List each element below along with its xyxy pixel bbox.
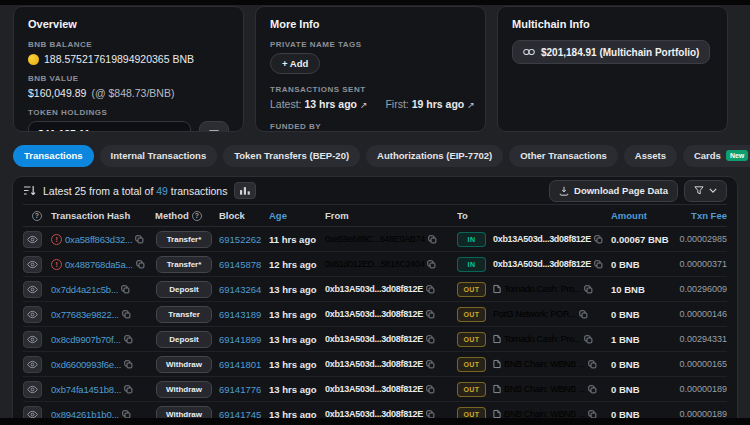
filter-dropdown-button[interactable] <box>684 180 727 202</box>
copy-icon[interactable] <box>594 260 603 269</box>
help-icon[interactable] <box>32 211 42 221</box>
block-link[interactable]: 69143264 <box>219 284 261 295</box>
from-address[interactable]: 0xb13A503d...3d08f812E <box>325 334 423 344</box>
amount-value: 0 BNB <box>611 309 673 320</box>
copy-icon[interactable] <box>124 360 133 369</box>
to-address[interactable]: BNB Chain: WBNB ... <box>504 359 585 369</box>
bottom-edge-strip <box>0 418 750 425</box>
overview-card: Overview BNB BALANCE 188.575217619894920… <box>13 6 244 132</box>
transaction-hash-link[interactable]: 0xd6600993f6e... <box>51 359 121 370</box>
multichain-portfolio-value: $201,184.91 (Multichain Portfolio) <box>541 47 699 58</box>
method-badge: Deposit <box>156 281 212 298</box>
block-link[interactable]: 69141899 <box>219 334 261 345</box>
from-address[interactable]: 0xb13A503d...3d08f812E <box>325 359 423 369</box>
column-header-fee[interactable]: Txn Fee <box>673 210 727 221</box>
from-address[interactable]: 0xb13A503d...3d08f812E <box>325 284 423 294</box>
transaction-hash-link[interactable]: 0xa58ff863d32... <box>65 234 132 245</box>
latest-value[interactable]: 13 hrs ago <box>304 98 357 110</box>
tab-authorizations-eip-7702[interactable]: Authorizations (EIP-7702) <box>366 145 503 167</box>
copy-icon[interactable] <box>584 335 593 344</box>
copy-icon[interactable] <box>426 360 435 369</box>
column-header-to: To <box>457 210 493 221</box>
copy-icon[interactable] <box>588 360 597 369</box>
copy-icon[interactable] <box>124 385 133 394</box>
transaction-hash-link[interactable]: 0x7dd4a21c5b... <box>51 284 118 295</box>
eye-button[interactable] <box>23 356 42 373</box>
copy-icon[interactable] <box>588 385 597 394</box>
copy-icon[interactable] <box>584 285 593 294</box>
external-link-icon[interactable]: ↗ <box>360 100 368 110</box>
copy-icon[interactable] <box>426 335 435 344</box>
bnb-value: $160,049.89 <box>28 87 86 99</box>
tab-cards[interactable]: CardsNew <box>683 145 750 167</box>
transaction-hash-link[interactable]: 0x77683e9822... <box>51 309 119 320</box>
to-address[interactable]: Port3 Network: POR... <box>493 309 576 319</box>
block-link[interactable]: 69143189 <box>219 309 261 320</box>
from-address[interactable]: 0xe59eb89C...648E0AB74 <box>325 234 425 244</box>
tab-transactions[interactable]: Transactions <box>13 145 94 167</box>
copy-icon[interactable] <box>124 335 133 344</box>
column-header-age[interactable]: Age <box>269 210 325 221</box>
copy-icon[interactable] <box>428 235 437 244</box>
from-address[interactable]: 0xb13A503d...3d08f812E <box>325 384 423 394</box>
bnb-balance-label: BNB BALANCE <box>28 40 229 49</box>
txn-fee-value: 0.00296009 <box>673 284 727 294</box>
transaction-count-link[interactable]: 49 <box>156 185 168 197</box>
download-page-data-button[interactable]: Download Page Data <box>549 180 678 202</box>
column-header-hash: Transaction Hash <box>51 210 155 221</box>
eye-button[interactable] <box>23 306 42 323</box>
eye-button[interactable] <box>23 256 42 273</box>
block-link[interactable]: 69145878 <box>219 259 261 270</box>
help-icon[interactable] <box>192 211 202 221</box>
column-header-method: Method <box>155 210 219 221</box>
txn-fee-value: 0.00000146 <box>673 309 727 319</box>
eye-button[interactable] <box>23 381 42 398</box>
block-link[interactable]: 69141801 <box>219 359 261 370</box>
transaction-hash-link[interactable]: 0xb74fa1451b8... <box>51 384 121 395</box>
wallet-button[interactable] <box>199 121 229 132</box>
copy-icon[interactable] <box>426 285 435 294</box>
copy-icon[interactable] <box>426 310 435 319</box>
new-badge: New <box>726 150 748 161</box>
to-address[interactable]: 0xb13A503d...3d08f812E <box>493 234 591 244</box>
transaction-hash-link[interactable]: 0x8cd9907b70f... <box>51 334 121 345</box>
copy-icon[interactable] <box>594 235 603 244</box>
copy-icon[interactable] <box>136 260 145 269</box>
more-info-card: More Info PRIVATE NAME TAGS + Add TRANSA… <box>255 6 486 132</box>
first-label: First: <box>385 98 408 110</box>
block-link[interactable]: 69152262 <box>219 234 261 245</box>
eye-button[interactable] <box>23 281 42 298</box>
bnb-value-label: BNB VALUE <box>28 74 229 83</box>
sort-icon[interactable] <box>23 185 36 196</box>
to-address[interactable]: Tornado.Cash: Pro... <box>504 284 581 294</box>
to-address[interactable]: 0xb13A503d...3d08f812E <box>493 259 591 269</box>
to-address[interactable]: Tornado.Cash: Pro... <box>504 334 581 344</box>
block-link[interactable]: 69141776 <box>219 384 261 395</box>
from-address[interactable]: 0xb13A503d...3d08f812E <box>325 309 423 319</box>
eye-button[interactable] <box>23 331 42 348</box>
copy-icon[interactable] <box>427 260 436 269</box>
multichain-portfolio-button[interactable]: $201,184.91 (Multichain Portfolio) <box>512 40 710 64</box>
from-address[interactable]: 0x81d012ED...5818C2404 <box>325 259 424 269</box>
to-address[interactable]: BNB Chain: WBNB ... <box>504 384 585 394</box>
token-holdings-dropdown[interactable]: $41,135.11 (15 Tokens) <box>28 121 191 132</box>
analytics-chart-button[interactable] <box>234 182 256 199</box>
first-value[interactable]: 19 hrs ago <box>412 98 465 110</box>
add-name-tag-button[interactable]: + Add <box>270 53 320 74</box>
copy-icon[interactable] <box>121 285 130 294</box>
copy-icon[interactable] <box>135 235 144 244</box>
tab-internal-transactions[interactable]: Internal Transactions <box>100 145 218 167</box>
transaction-row: 0xb74fa1451b8... Withdraw 69141776 13 hr… <box>23 377 727 402</box>
copy-icon[interactable] <box>579 310 588 319</box>
tab-assets[interactable]: Assets <box>624 145 677 167</box>
eye-button[interactable] <box>23 231 42 248</box>
amount-value: 0 BNB <box>611 384 673 395</box>
column-header-amount[interactable]: Amount <box>611 210 673 221</box>
tab-other-transactions[interactable]: Other Transactions <box>509 145 618 167</box>
transaction-hash-link[interactable]: 0x488768da5a... <box>65 259 133 270</box>
copy-icon[interactable] <box>122 310 131 319</box>
copy-icon[interactable] <box>426 385 435 394</box>
direction-badge: OUT <box>457 307 486 322</box>
tab-token-transfers-bep-20[interactable]: Token Transfers (BEP-20) <box>223 145 360 167</box>
external-link-icon[interactable]: ↗ <box>467 100 475 110</box>
